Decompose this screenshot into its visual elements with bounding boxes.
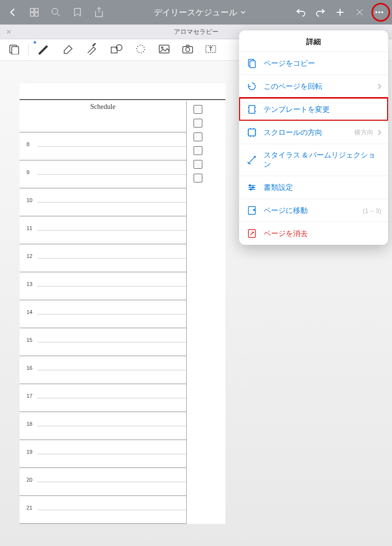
svg-point-14: [162, 47, 163, 48]
svg-point-12: [137, 45, 145, 53]
details-popover: 詳細 ページをコピーこのページを回転テンプレートを変更スクロールの方向横方向スタ…: [239, 30, 388, 245]
svg-rect-20: [249, 105, 255, 113]
hour-row: 15: [20, 328, 186, 356]
svg-point-23: [252, 187, 254, 188]
lasso-tool-icon[interactable]: [135, 44, 147, 56]
hour-row: 9: [20, 160, 186, 188]
stylus-icon[interactable]: [350, 2, 369, 22]
menu-item-icon: [247, 81, 257, 91]
checkbox[interactable]: [194, 105, 202, 114]
checkbox[interactable]: [194, 160, 202, 169]
svg-point-4: [52, 8, 58, 14]
chevron-right-icon: [377, 130, 381, 135]
checklist-column: [186, 101, 216, 524]
schedule-hours-column: Schedule 89101112131415161718192021: [20, 101, 186, 524]
share-icon[interactable]: [89, 2, 109, 22]
menu-item-icon: [247, 58, 257, 68]
hour-row: 21: [20, 496, 186, 524]
svg-rect-0: [30, 8, 34, 12]
redo-icon[interactable]: [311, 2, 330, 22]
svg-rect-2: [30, 13, 34, 16]
chevron-right-icon: [377, 83, 381, 89]
more-icon[interactable]: [369, 2, 389, 22]
chevron-down-icon: [240, 9, 246, 15]
hour-row: 10: [20, 188, 186, 216]
document-title[interactable]: デイリースケジュール: [111, 7, 289, 18]
schedule-page: Schedule 89101112131415161718192021: [20, 83, 225, 524]
camera-tool-icon[interactable]: [182, 44, 194, 56]
menu-item-trail: (1 – 3): [363, 207, 381, 214]
hour-row: 13: [20, 272, 186, 300]
menu-item-icon: [247, 128, 257, 137]
popover-item[interactable]: このページを回転: [239, 75, 388, 98]
svg-rect-21: [248, 129, 255, 136]
eraser-tool-icon[interactable]: [61, 44, 74, 56]
svg-rect-9: [12, 47, 19, 54]
menu-item-label: 書類設定: [264, 183, 293, 192]
menu-item-label: このページを回転: [264, 82, 322, 91]
menu-item-label: ページに移動: [264, 206, 308, 215]
hour-row: 17: [20, 384, 186, 412]
popover-item[interactable]: ページに移動(1 – 3): [239, 199, 388, 222]
tab-label[interactable]: アロマセラピー: [174, 27, 219, 36]
hour-row: 19: [20, 440, 186, 468]
menu-item-label: スタイラス & パームリジェクション: [264, 151, 380, 169]
checkbox[interactable]: [194, 146, 202, 155]
hour-row: 11: [20, 216, 186, 244]
title-text: デイリースケジュール: [154, 7, 237, 18]
undo-icon[interactable]: [291, 2, 311, 22]
menu-item-icon: [247, 104, 257, 114]
svg-point-22: [249, 185, 251, 186]
hour-row: 18: [20, 412, 186, 440]
close-tab-icon[interactable]: ✕: [6, 28, 12, 36]
checkbox[interactable]: [194, 119, 202, 128]
schedule-heading: Schedule: [20, 101, 186, 113]
hour-row: 8: [20, 132, 186, 160]
menu-item-icon: [247, 229, 257, 238]
checkbox[interactable]: [194, 174, 202, 182]
highlighter-tool-icon[interactable]: [86, 43, 98, 57]
divider: [28, 44, 29, 56]
hour-row: 16: [20, 356, 186, 384]
add-icon[interactable]: [330, 2, 350, 22]
popover-item[interactable]: ページをコピー: [239, 52, 388, 75]
grid-icon[interactable]: [24, 2, 44, 22]
svg-point-5: [375, 11, 377, 13]
menu-item-icon: [247, 206, 257, 215]
hour-row: 12: [20, 244, 186, 272]
menu-item-icon: [247, 182, 257, 192]
shape-tool-icon[interactable]: [110, 44, 123, 56]
pen-tool-icon[interactable]: ✷: [37, 43, 49, 57]
menu-item-label: ページを消去: [264, 229, 308, 238]
back-icon[interactable]: [3, 2, 23, 22]
popover-item[interactable]: スクロールの方向横方向: [239, 121, 388, 144]
svg-point-16: [186, 48, 190, 52]
hour-row: 14: [20, 300, 186, 328]
titlebar: デイリースケジュール: [0, 0, 392, 25]
popover-item[interactable]: ページを消去: [239, 222, 388, 245]
popover-item[interactable]: スタイラス & パームリジェクション: [239, 144, 388, 176]
svg-rect-19: [250, 61, 255, 68]
popover-title: 詳細: [239, 30, 388, 52]
svg-point-6: [378, 11, 380, 13]
menu-item-icon: [247, 155, 257, 165]
popover-item[interactable]: 書類設定: [239, 176, 388, 199]
checkbox[interactable]: [194, 132, 202, 141]
menu-item-label: ページをコピー: [264, 59, 315, 68]
popover-item[interactable]: テンプレートを変更: [239, 98, 388, 121]
text-tool-icon[interactable]: [205, 44, 216, 56]
svg-point-7: [381, 11, 383, 13]
page-nav-icon[interactable]: [9, 44, 21, 56]
menu-item-trail: 横方向: [354, 128, 381, 137]
menu-item-trail: [377, 83, 381, 89]
search-icon[interactable]: [46, 2, 66, 22]
hour-row: 20: [20, 468, 186, 496]
svg-point-24: [250, 189, 252, 190]
menu-item-label: スクロールの方向: [264, 128, 322, 137]
svg-rect-1: [35, 8, 38, 12]
bookmark-icon[interactable]: [68, 2, 87, 22]
image-tool-icon[interactable]: [158, 44, 170, 56]
menu-item-label: テンプレートを変更: [264, 105, 330, 114]
svg-rect-3: [35, 13, 38, 16]
